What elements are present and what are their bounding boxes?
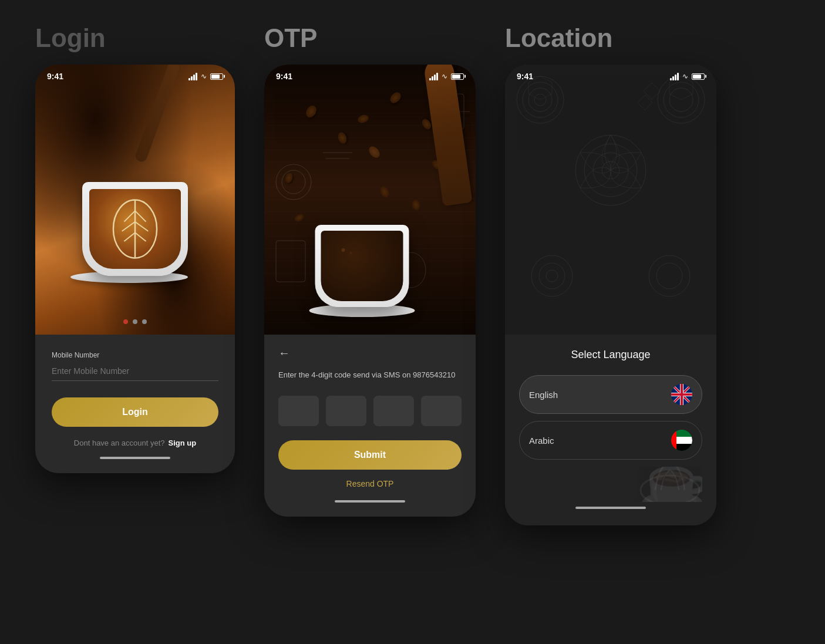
carousel-pagination	[123, 319, 147, 324]
svg-point-8	[276, 164, 311, 200]
dot-1	[123, 319, 128, 324]
otp-phone-frame: 9:41 ∿	[264, 65, 476, 517]
mobile-number-label: Mobile Number	[52, 351, 218, 359]
otp-wifi-icon: ∿	[442, 72, 447, 80]
svg-point-49	[641, 476, 699, 502]
svg-line-7	[135, 232, 146, 241]
mobile-number-input[interactable]	[52, 364, 218, 381]
loc-wifi-icon: ∿	[682, 72, 688, 80]
svg-line-3	[135, 211, 146, 222]
svg-point-32	[649, 255, 690, 296]
signup-link[interactable]: Sign up	[169, 439, 197, 447]
location-section-title: Location	[505, 23, 716, 53]
svg-point-30	[539, 263, 565, 289]
svg-line-6	[124, 232, 135, 241]
login-status-bar: 9:41 ∿	[35, 65, 235, 86]
uk-flag	[671, 384, 692, 405]
location-hero: 9:41 ∿	[505, 65, 716, 335]
loc-battery-icon	[692, 73, 705, 80]
signup-row: Dont have an account yet? Sign up	[52, 439, 218, 447]
login-hero-image: 9:41 ∿	[35, 65, 235, 335]
otp-hero-image: 9:41 ∿	[264, 65, 476, 335]
signal-icon	[188, 73, 197, 80]
language-selection-area: Select Language English	[505, 335, 716, 525]
otp-section-title: OTP	[264, 23, 476, 53]
home-indicator	[100, 457, 170, 459]
otp-status-bar: 9:41 ∿	[264, 65, 476, 86]
location-status-icons: ∿	[670, 72, 705, 80]
svg-point-9	[282, 170, 305, 194]
resend-otp-button[interactable]: Resend OTP	[278, 479, 462, 488]
submit-button[interactable]: Submit	[278, 440, 462, 470]
svg-rect-12	[276, 241, 305, 282]
otp-input-boxes	[278, 396, 462, 426]
loc-signal-icon	[670, 73, 679, 80]
login-section-title: Login	[35, 23, 235, 53]
svg-rect-35	[638, 95, 652, 110]
otp-box-3[interactable]	[373, 396, 414, 426]
svg-rect-45	[676, 437, 692, 444]
otp-battery-icon	[451, 73, 464, 80]
svg-line-5	[135, 222, 148, 231]
dot-2	[133, 319, 137, 324]
language-option-english[interactable]: English	[519, 375, 702, 414]
otp-form-area: ← Enter the 4-digit code send via SMS on…	[264, 335, 476, 517]
otp-time: 9:41	[276, 72, 292, 81]
svg-point-29	[531, 255, 573, 296]
english-label: English	[529, 390, 558, 400]
otp-box-1[interactable]	[278, 396, 319, 426]
no-account-text: Dont have an account yet?	[74, 439, 165, 447]
dot-3	[142, 319, 147, 324]
login-time: 9:41	[47, 72, 63, 81]
select-language-title: Select Language	[519, 349, 702, 361]
login-status-icons: ∿	[188, 72, 223, 80]
otp-signal-icon	[429, 73, 438, 80]
svg-line-4	[122, 222, 135, 231]
back-button[interactable]: ←	[278, 346, 290, 360]
login-form: Mobile Number Login Dont have an account…	[35, 335, 235, 473]
otp-home-indicator	[335, 500, 405, 503]
location-time: 9:41	[517, 72, 533, 81]
location-home-indicator	[575, 507, 646, 509]
language-option-arabic[interactable]: Arabic	[519, 421, 702, 460]
otp-box-2[interactable]	[326, 396, 366, 426]
svg-rect-46	[676, 444, 692, 451]
wifi-icon: ∿	[201, 72, 207, 80]
arabic-label: Arabic	[529, 436, 554, 446]
location-status-bar: 9:41 ∿	[505, 65, 716, 86]
battery-icon	[210, 73, 223, 80]
otp-box-4[interactable]	[421, 396, 462, 426]
svg-point-33	[656, 263, 682, 289]
login-phone-frame: 9:41 ∿	[35, 65, 235, 473]
login-button[interactable]: Login	[52, 397, 218, 427]
uae-flag	[671, 430, 692, 451]
otp-status-icons: ∿	[429, 72, 464, 80]
location-phone-frame: 9:41 ∿	[505, 65, 716, 525]
svg-rect-42	[671, 393, 692, 396]
otp-instruction-text: Enter the 4-digit code send via SMS on 9…	[278, 369, 462, 382]
svg-line-2	[124, 211, 135, 222]
svg-point-31	[546, 270, 558, 282]
svg-rect-44	[676, 430, 692, 437]
svg-rect-47	[671, 430, 676, 451]
